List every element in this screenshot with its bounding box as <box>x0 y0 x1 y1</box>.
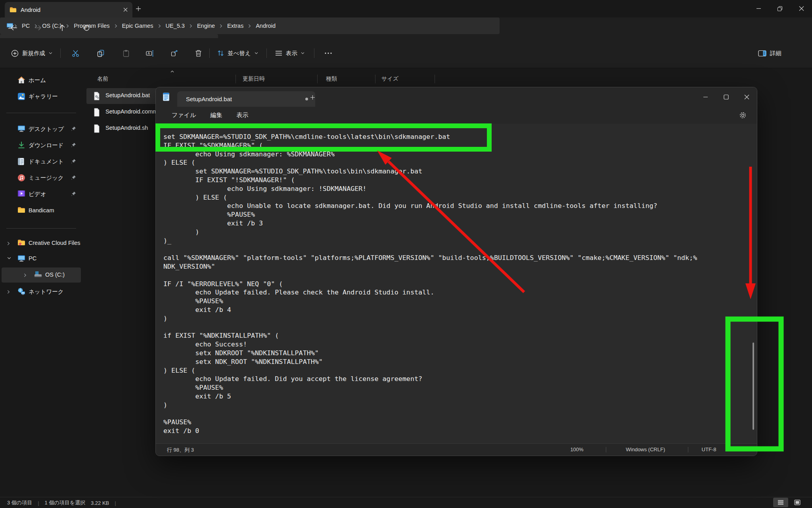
delete-icon[interactable] <box>190 45 207 61</box>
sort-button[interactable]: 並べ替え <box>216 45 260 61</box>
explorer-address-row: PC OS (C:) Program Files Epic Games UE_5… <box>0 17 812 38</box>
notepad-title-bar[interactable]: SetupAndroid.bat <box>156 87 757 107</box>
breadcrumb-segment-epic-games[interactable]: Epic Games <box>118 23 157 29</box>
column-separator[interactable] <box>317 75 318 83</box>
explorer-command-bar: 新規作成 A 並べ替え 表示 詳細 <box>0 38 812 68</box>
explorer-tab-title: Android <box>21 7 119 13</box>
sort-arrows-icon <box>217 50 224 57</box>
pin-icon <box>71 159 76 164</box>
column-header-size[interactable]: サイズ <box>381 75 398 83</box>
settings-gear-icon[interactable] <box>739 112 747 119</box>
column-header-type[interactable]: 種類 <box>326 75 337 83</box>
new-button[interactable]: 新規作成 <box>10 45 54 61</box>
pin-icon <box>71 126 76 131</box>
chevron-right-icon <box>247 24 252 28</box>
line-ending-indicator[interactable]: Windows (CRLF) <box>612 446 679 452</box>
view-button-label: 表示 <box>286 50 297 57</box>
notepad-new-tab-button[interactable] <box>307 92 318 102</box>
sidebar-item-downloads[interactable]: ダウンロード <box>2 138 81 153</box>
notepad-menu-bar: ファイル 編集 表示 <box>156 107 757 124</box>
details-pane-button[interactable]: 詳細 <box>756 45 783 61</box>
column-header-name[interactable]: 名前 <box>97 75 108 83</box>
restore-icon[interactable] <box>769 0 791 17</box>
minimize-icon[interactable] <box>748 0 769 17</box>
breadcrumb: PC OS (C:) Program Files Epic Games UE_5… <box>0 17 500 34</box>
copy-icon[interactable] <box>92 45 109 61</box>
chevron-down-icon[interactable] <box>7 257 11 260</box>
svg-text:Cc: Cc <box>19 243 22 245</box>
paste-icon[interactable] <box>117 45 135 61</box>
refresh-icon[interactable] <box>79 20 94 36</box>
chevron-right-icon[interactable] <box>7 241 10 246</box>
sidebar-item-os-c[interactable]: OS (C:) <box>2 267 81 283</box>
chevron-down-icon <box>301 52 304 54</box>
selection-summary: 1 個の項目を選択 <box>45 499 85 506</box>
chevron-right-icon[interactable] <box>24 273 27 277</box>
plus-circle-icon <box>11 50 19 57</box>
sidebar-item-creative-cloud[interactable]: Cc Creative Cloud Files <box>2 236 81 251</box>
breadcrumb-segment-ue53[interactable]: UE_5.3 <box>162 23 189 29</box>
new-tab-button[interactable] <box>133 4 144 14</box>
pin-icon <box>71 175 76 180</box>
sidebar-item-documents[interactable]: ドキュメント <box>2 154 81 169</box>
breadcrumb-segment-engine[interactable]: Engine <box>193 23 219 29</box>
more-options-icon[interactable] <box>320 45 337 61</box>
text-editor-content[interactable]: set SDKMANAGER=%STUDIO_SDK_PATH%\cmdline… <box>163 133 697 435</box>
file-icon <box>93 124 101 133</box>
sidebar-item-gallery[interactable]: ギャラリー <box>2 89 81 104</box>
file-row-setupandroid-command[interactable]: SetupAndroid.comm <box>105 108 157 115</box>
sort-button-label: 並べ替え <box>228 50 251 57</box>
chevron-right-icon <box>157 24 162 28</box>
desktop-icon <box>17 125 25 132</box>
explorer-tab-android[interactable]: Android <box>5 2 132 17</box>
rename-icon[interactable]: A <box>141 45 159 61</box>
file-row-setupandroid-bat[interactable]: SetupAndroid.bat <box>105 92 150 98</box>
sidebar-item-network[interactable]: ネットワーク <box>2 284 81 299</box>
pin-icon <box>71 191 76 196</box>
forward-icon[interactable] <box>30 20 46 36</box>
details-pane-label: 詳細 <box>770 50 781 57</box>
close-icon[interactable] <box>791 0 812 17</box>
chevron-down-icon <box>49 52 52 54</box>
menu-edit[interactable]: 編集 <box>210 112 222 119</box>
tab-close-icon[interactable] <box>123 8 128 12</box>
folder-icon <box>17 207 25 213</box>
sidebar-item-home[interactable]: ホーム <box>2 73 81 88</box>
menu-view[interactable]: 表示 <box>236 112 248 119</box>
sidebar-item-videos[interactable]: ビデオ <box>2 187 81 202</box>
details-view-toggle-icon[interactable] <box>773 498 788 507</box>
breadcrumb-segment-android[interactable]: Android <box>252 23 280 29</box>
menu-file[interactable]: ファイル <box>172 112 196 119</box>
sidebar-item-music[interactable]: ミュージック <box>2 170 81 185</box>
up-icon[interactable] <box>54 20 70 36</box>
explorer-status-bar: 3 個の項目 | 1 個の項目を選択 3.22 KB | <box>0 497 812 508</box>
cut-icon[interactable] <box>67 45 84 61</box>
vertical-scrollbar-thumb[interactable] <box>753 343 754 430</box>
zoom-level[interactable]: 100% <box>560 446 594 452</box>
close-icon[interactable] <box>736 87 757 107</box>
chevron-right-icon <box>189 24 193 28</box>
thumbnail-view-toggle-icon[interactable] <box>790 498 805 507</box>
share-icon[interactable] <box>166 45 183 61</box>
videos-icon <box>17 190 25 197</box>
column-header-date-modified[interactable]: 更新日時 <box>243 75 265 83</box>
encoding-indicator[interactable]: UTF-8 <box>693 446 725 452</box>
sidebar-item-bandicam[interactable]: Bandicam <box>2 203 81 218</box>
sidebar-item-pc[interactable]: PC <box>2 251 81 266</box>
column-separator[interactable] <box>236 75 236 83</box>
back-icon[interactable] <box>6 20 22 36</box>
file-row-setupandroid-sh[interactable]: SetupAndroid.sh <box>105 125 148 131</box>
sidebar-item-desktop[interactable]: デスクトップ <box>2 121 81 137</box>
column-separator[interactable] <box>435 75 435 83</box>
maximize-icon[interactable] <box>716 87 736 107</box>
breadcrumb-segment-extras[interactable]: Extras <box>223 23 247 29</box>
chevron-down-icon <box>255 52 258 54</box>
notepad-tab[interactable]: SetupAndroid.bat <box>177 91 315 107</box>
explorer-window-controls <box>748 0 812 17</box>
view-button[interactable]: 表示 <box>274 45 306 61</box>
notepad-status-bar: 行 98、列 3 100% Windows (CRLF) UTF-8 <box>156 443 757 456</box>
chevron-right-icon[interactable] <box>7 290 10 294</box>
drive-icon <box>34 271 42 277</box>
minimize-icon[interactable] <box>695 87 716 107</box>
column-separator[interactable] <box>375 75 375 83</box>
